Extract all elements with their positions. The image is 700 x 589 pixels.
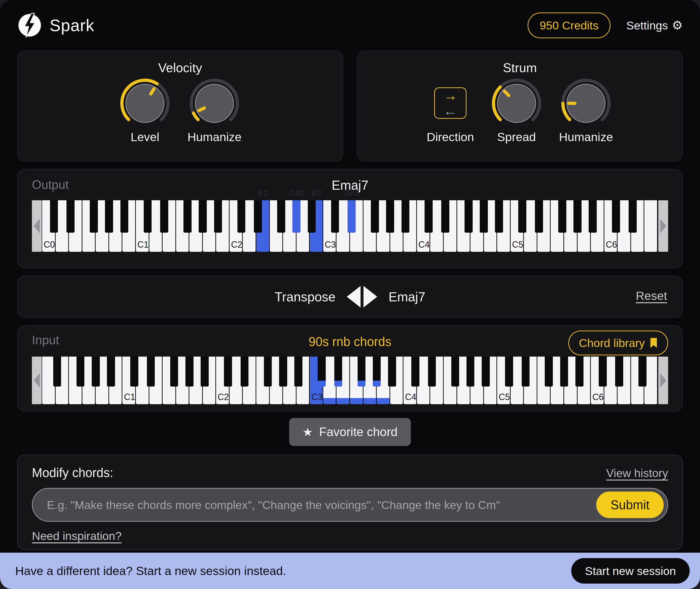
black-key-D#3[interactable] <box>334 357 342 387</box>
octave-label-C2: C2 <box>231 239 242 250</box>
black-key-G#1[interactable] <box>199 200 207 233</box>
input-header: Input 90s rnb chords Chord library <box>32 333 668 353</box>
black-key-F#5[interactable] <box>558 200 566 233</box>
credits-button[interactable]: 950 Credits <box>528 12 611 38</box>
velocity-humanize-label: Humanize <box>188 130 242 144</box>
black-key-G#3[interactable] <box>373 357 381 387</box>
black-key-F#3[interactable] <box>371 200 379 233</box>
black-key-F#0[interactable] <box>76 357 85 387</box>
banner-message: Have a different idea? Start a new sessi… <box>15 564 286 578</box>
modify-chords-input[interactable] <box>46 498 596 512</box>
octave-label-C5: C5 <box>498 392 510 402</box>
input-scroll-right[interactable] <box>658 357 668 404</box>
view-history-link[interactable]: View history <box>606 466 668 480</box>
black-key-D#2[interactable] <box>254 200 262 233</box>
black-key-D#3[interactable] <box>348 200 356 233</box>
black-key-D#5[interactable] <box>522 357 530 387</box>
black-key-A#1[interactable] <box>214 200 222 233</box>
black-key-C#3[interactable] <box>318 357 326 387</box>
transpose-up-button[interactable] <box>363 286 377 308</box>
black-key-G#4[interactable] <box>466 357 474 387</box>
black-key-F#2[interactable] <box>277 200 285 233</box>
black-key-D#4[interactable] <box>441 200 449 233</box>
footer-banner: Have a different idea? Start a new sessi… <box>0 553 700 589</box>
white-key-F6[interactable] <box>644 200 658 252</box>
black-key-A#2[interactable] <box>294 357 302 387</box>
velocity-level-knob[interactable] <box>119 77 171 130</box>
favorite-chord-label: Favorite chord <box>319 425 398 439</box>
black-key-C#5[interactable] <box>518 200 527 233</box>
black-key-G#1[interactable] <box>186 357 194 387</box>
black-key-F#1[interactable] <box>184 200 192 233</box>
black-key-C#3[interactable] <box>331 200 339 233</box>
black-key-G#5[interactable] <box>574 200 582 233</box>
black-key-D#1[interactable] <box>147 357 155 387</box>
black-key-A#5[interactable] <box>576 357 584 387</box>
black-key-C#6[interactable] <box>599 357 607 387</box>
black-key-D#5[interactable] <box>535 200 543 233</box>
favorite-chord-button[interactable]: ★ Favorite chord <box>289 418 411 446</box>
submit-button[interactable]: Submit <box>596 492 664 518</box>
black-key-G#2[interactable] <box>279 357 287 387</box>
black-key-D#6[interactable] <box>629 200 637 233</box>
black-key-G#5[interactable] <box>560 357 568 387</box>
transpose-reset-link[interactable]: Reset <box>636 289 667 303</box>
black-key-F#6[interactable] <box>638 357 647 387</box>
black-key-G#3[interactable] <box>386 200 394 233</box>
black-key-G#2[interactable] <box>292 200 301 233</box>
black-key-F#0[interactable] <box>90 200 98 233</box>
velocity-knob-group: Level Humanize <box>119 77 242 144</box>
strum-humanize-knob[interactable] <box>560 77 612 130</box>
octave-label-C0: C0 <box>44 239 55 250</box>
black-key-A#0[interactable] <box>107 357 115 387</box>
strum-direction-button[interactable]: → ← <box>434 87 466 119</box>
black-key-A#0[interactable] <box>120 200 128 233</box>
input-keys: C1C2C3C4C5C6 <box>42 357 658 404</box>
velocity-humanize-knob[interactable] <box>188 77 241 130</box>
black-key-D#0[interactable] <box>66 200 74 233</box>
black-key-F#3[interactable] <box>358 357 366 387</box>
black-key-C#6[interactable] <box>612 200 620 233</box>
transpose-down-button[interactable] <box>347 286 361 308</box>
black-key-A#2[interactable] <box>308 200 316 233</box>
black-key-A#4[interactable] <box>482 357 490 387</box>
black-key-C#4[interactable] <box>411 357 419 387</box>
strum-title: Strum <box>503 60 537 75</box>
strum-spread-knob[interactable] <box>490 77 543 130</box>
black-key-A#4[interactable] <box>495 200 503 233</box>
black-key-D#2[interactable] <box>241 357 249 387</box>
output-scroll-right[interactable] <box>658 200 668 252</box>
black-key-C#1[interactable] <box>144 200 152 233</box>
black-key-C#5[interactable] <box>505 357 513 387</box>
settings-button[interactable]: Settings ⚙ <box>626 19 683 32</box>
black-key-D#6[interactable] <box>615 357 623 387</box>
black-key-D#1[interactable] <box>160 200 168 233</box>
need-inspiration-link[interactable]: Need inspiration? <box>32 529 122 543</box>
black-key-F#4[interactable] <box>464 200 473 233</box>
black-key-F#2[interactable] <box>264 357 272 387</box>
black-key-A#3[interactable] <box>388 357 396 387</box>
black-key-C#4[interactable] <box>424 200 433 233</box>
black-key-C#0[interactable] <box>50 200 58 233</box>
black-key-A#3[interactable] <box>401 200 410 233</box>
black-key-D#4[interactable] <box>428 357 436 387</box>
black-key-C#2[interactable] <box>224 357 232 387</box>
black-key-F#5[interactable] <box>545 357 553 387</box>
input-scroll-left[interactable] <box>32 357 42 404</box>
velocity-humanize-control: Humanize <box>188 77 242 144</box>
black-key-F#1[interactable] <box>170 357 178 387</box>
black-key-A#1[interactable] <box>201 357 209 387</box>
black-key-F#4[interactable] <box>451 357 459 387</box>
black-key-C#2[interactable] <box>238 200 246 233</box>
knob-row: Velocity Level Humanize <box>17 50 683 162</box>
velocity-title: Velocity <box>158 60 202 75</box>
black-key-G#0[interactable] <box>105 200 113 233</box>
black-key-C#1[interactable] <box>130 357 138 387</box>
black-key-A#5[interactable] <box>589 200 597 233</box>
black-key-G#4[interactable] <box>480 200 488 233</box>
output-scroll-left[interactable] <box>32 200 42 252</box>
chord-library-button[interactable]: Chord library <box>568 331 668 355</box>
start-new-session-button[interactable]: Start new session <box>571 558 690 584</box>
black-key-D#0[interactable] <box>53 357 61 387</box>
black-key-G#0[interactable] <box>92 357 100 387</box>
